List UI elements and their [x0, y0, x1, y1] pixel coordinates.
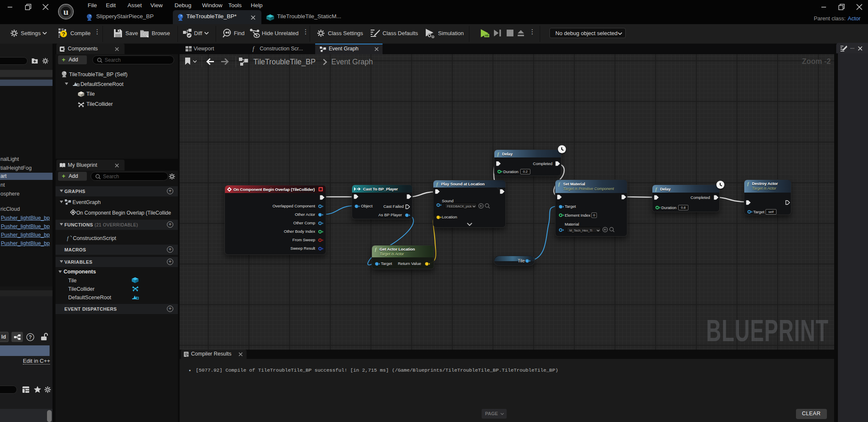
svg-text:ƒ: ƒ: [436, 181, 438, 187]
svg-text:f: f: [67, 235, 69, 241]
svg-text:ƒ: ƒ: [497, 151, 499, 157]
svg-text:?: ?: [62, 31, 65, 37]
svg-text:?: ?: [29, 334, 32, 340]
svg-text:ƒ: ƒ: [374, 246, 377, 252]
svg-text:u: u: [63, 6, 68, 17]
svg-text:f: f: [252, 46, 255, 52]
svg-text:ƒ: ƒ: [558, 181, 560, 187]
svg-text:ƒ: ƒ: [747, 181, 749, 187]
svg-text:ƒ: ƒ: [655, 186, 657, 192]
